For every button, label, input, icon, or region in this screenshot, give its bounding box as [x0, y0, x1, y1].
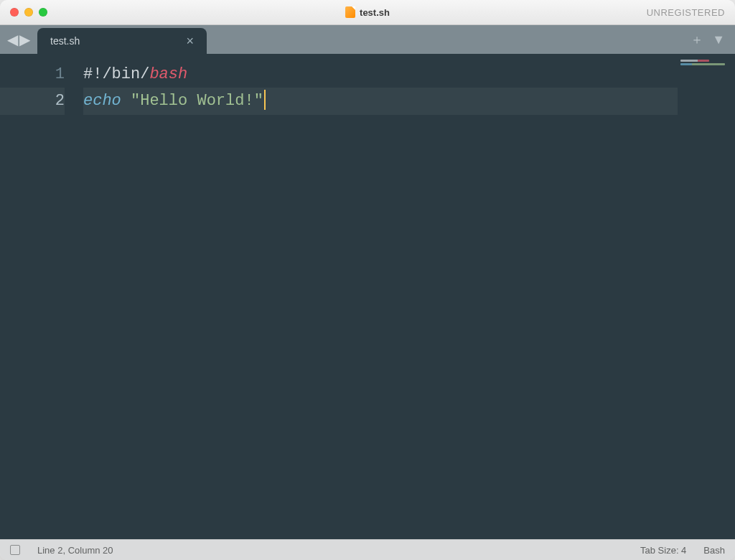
window-title: test.sh [360, 7, 390, 18]
tab-close-icon[interactable]: × [186, 34, 194, 47]
titlebar: test.sh UNREGISTERED [0, 0, 735, 25]
app-window: test.sh UNREGISTERED ◀ ▶ test.sh × ＋ ▼ 1… [0, 0, 735, 560]
code-token: bash [149, 65, 187, 83]
line-number: 2 [0, 88, 65, 114]
code-line[interactable]: #!/bin/bash [83, 61, 678, 88]
window-controls [10, 8, 47, 17]
line-number: 1 [0, 61, 65, 88]
editor-area[interactable]: 12 #!/bin/bashecho "Hello World!" [0, 54, 735, 539]
nav-back-icon[interactable]: ◀ [7, 32, 18, 47]
tab-history-nav: ◀ ▶ [0, 25, 37, 54]
close-window-button[interactable] [10, 8, 19, 17]
cursor-position[interactable]: Line 2, Column 20 [37, 545, 113, 556]
titlebar-title-group: test.sh [0, 6, 735, 18]
code-token: #!/bin/ [83, 65, 149, 83]
panel-switcher-icon[interactable] [10, 545, 20, 555]
tab-overflow-icon[interactable]: ▼ [712, 32, 725, 47]
zoom-window-button[interactable] [39, 8, 47, 17]
code-line[interactable]: echo "Hello World!" [83, 88, 678, 114]
status-bar: Line 2, Column 20 Tab Size: 4 Bash [0, 539, 735, 560]
tab-size-selector[interactable]: Tab Size: 4 [640, 545, 686, 556]
minimize-window-button[interactable] [24, 8, 33, 17]
new-tab-icon[interactable]: ＋ [690, 31, 703, 48]
current-line-highlight [83, 88, 678, 114]
line-number-gutter: 12 [0, 54, 78, 539]
minimap[interactable] [678, 54, 735, 539]
file-icon [345, 6, 355, 18]
tab-label: test.sh [50, 35, 80, 47]
syntax-selector[interactable]: Bash [703, 545, 725, 556]
code-content[interactable]: #!/bin/bashecho "Hello World!" [78, 54, 678, 539]
nav-forward-icon[interactable]: ▶ [19, 32, 30, 47]
registration-status: UNREGISTERED [647, 7, 725, 18]
tab-strip-actions: ＋ ▼ [690, 25, 735, 54]
tab-active[interactable]: test.sh × [37, 28, 207, 54]
tab-strip: ◀ ▶ test.sh × ＋ ▼ [0, 25, 735, 54]
